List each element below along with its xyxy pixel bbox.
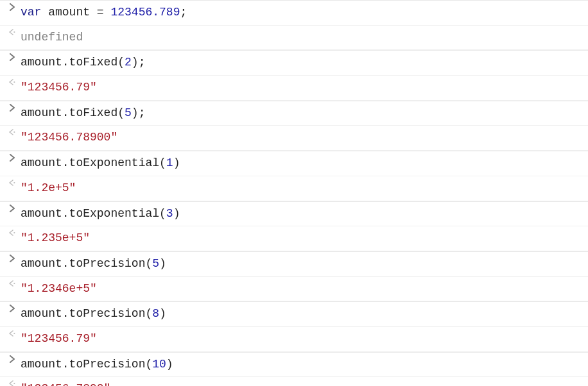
output-result-icon [4, 378, 21, 386]
console-input-row[interactable]: amount.toFixed(5); [0, 101, 588, 126]
svg-point-4 [13, 232, 15, 233]
code-token: 8 [152, 307, 159, 320]
code-token: 123456.789 [110, 6, 180, 19]
code-token: amount.toPrecision( [21, 307, 152, 320]
output-result-icon [4, 127, 21, 136]
output-result-icon [4, 328, 21, 337]
input-prompt-icon [4, 52, 21, 61]
console-output-value: "123456.78900" [21, 127, 584, 149]
svg-point-3 [13, 182, 15, 183]
input-prompt-icon [4, 153, 21, 162]
console-output-value: "123456.79" [21, 328, 584, 350]
output-result-icon [4, 27, 21, 36]
console-output-value: undefined [21, 27, 584, 49]
code-token: ; [180, 6, 187, 19]
console-input-code[interactable]: amount.toExponential(3) [21, 203, 584, 225]
code-token: "123456.7890" [21, 382, 110, 386]
console-input-code[interactable]: amount.toPrecision(10) [21, 354, 584, 376]
console-output-value: "123456.79" [21, 77, 584, 99]
code-token: = [97, 6, 111, 19]
output-result-icon [4, 77, 21, 86]
console-input-row[interactable]: amount.toExponential(1) [0, 151, 588, 176]
code-token: "1.2e+5" [21, 181, 76, 194]
code-token: ) [166, 358, 173, 371]
console-output-row: "123456.79" [0, 76, 588, 101]
code-token: var [21, 6, 48, 19]
code-token: "1.2346e+5" [21, 282, 97, 295]
svg-point-5 [13, 282, 15, 283]
code-token: ) [159, 257, 166, 270]
console-input-code[interactable]: amount.toFixed(5); [21, 103, 584, 124]
code-token: amount.toFixed( [21, 106, 125, 119]
svg-point-6 [13, 333, 15, 334]
console-input-code[interactable]: amount.toPrecision(8) [21, 303, 584, 325]
console-output-value: "1.2346e+5" [21, 278, 584, 300]
input-prompt-icon [4, 103, 21, 112]
code-token: "123456.78900" [21, 131, 117, 144]
code-token: amount.toFixed( [21, 56, 125, 69]
code-token: 5 [152, 257, 159, 270]
code-token: 2 [125, 56, 132, 69]
console-output-value: "123456.7890" [21, 378, 584, 386]
code-token: ); [132, 106, 146, 119]
code-token: ) [173, 207, 180, 220]
console-input-row[interactable]: var amount = 123456.789; [0, 0, 588, 26]
console-output-row: "1.2346e+5" [0, 277, 588, 302]
code-token: "1.235e+5" [21, 231, 90, 244]
code-token: amount.toPrecision( [21, 358, 152, 371]
code-token: ) [173, 156, 180, 169]
console-input-row[interactable]: amount.toExponential(3) [0, 201, 588, 227]
code-token: 3 [166, 207, 173, 220]
console-input-code[interactable]: amount.toExponential(1) [21, 153, 584, 174]
console-input-code[interactable]: amount.toPrecision(5) [21, 253, 584, 275]
console-output-row: "123456.79" [0, 327, 588, 352]
code-token: 10 [152, 358, 166, 371]
console-output-row: "1.2e+5" [0, 176, 588, 201]
code-token: "123456.79" [21, 332, 97, 345]
console-input-row[interactable]: amount.toPrecision(5) [0, 251, 588, 277]
svg-point-2 [13, 131, 15, 133]
svg-point-7 [13, 383, 15, 384]
console-output-value: "1.235e+5" [21, 228, 584, 249]
code-token: amount.toExponential( [21, 156, 166, 169]
console-input-row[interactable]: amount.toPrecision(10) [0, 352, 588, 378]
input-prompt-icon [4, 2, 21, 11]
output-result-icon [4, 178, 21, 187]
code-token: "123456.79" [21, 81, 97, 94]
output-result-icon [4, 278, 21, 287]
code-token: undefined [21, 31, 83, 44]
input-prompt-icon [4, 354, 21, 363]
svg-point-1 [13, 81, 15, 83]
console-output-row: "123456.78900" [0, 126, 588, 151]
svg-point-0 [13, 31, 15, 33]
code-token: amount.toPrecision( [21, 257, 152, 270]
code-token: amount [48, 6, 97, 19]
console-output-row: "1.235e+5" [0, 226, 588, 251]
console-output-row: undefined [0, 26, 588, 51]
code-token: 1 [166, 156, 173, 169]
code-token: 5 [125, 106, 132, 119]
code-token: ); [132, 56, 146, 69]
console-input-row[interactable]: amount.toPrecision(8) [0, 301, 588, 327]
output-result-icon [4, 228, 21, 237]
console-output-row: "123456.7890" [0, 377, 588, 386]
input-prompt-icon [4, 203, 21, 212]
devtools-console[interactable]: var amount = 123456.789;undefinedamount.… [0, 0, 588, 386]
code-token: amount.toExponential( [21, 207, 166, 220]
input-prompt-icon [4, 253, 21, 262]
input-prompt-icon [4, 303, 21, 312]
console-output-value: "1.2e+5" [21, 178, 584, 199]
console-input-code[interactable]: amount.toFixed(2); [21, 52, 584, 74]
console-input-row[interactable]: amount.toFixed(2); [0, 50, 588, 76]
console-input-code[interactable]: var amount = 123456.789; [21, 2, 584, 24]
code-token: ) [159, 307, 166, 320]
